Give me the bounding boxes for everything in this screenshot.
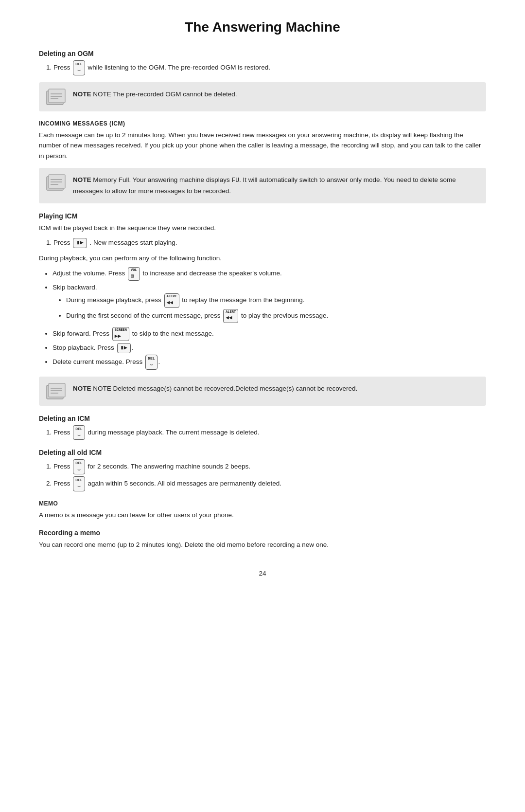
- note-icon-1: [45, 87, 68, 110]
- svg-rect-11: [49, 383, 65, 397]
- del-button-icon-4: DEL ⌣: [73, 459, 85, 474]
- svg-rect-1: [49, 89, 65, 103]
- svg-rect-6: [49, 175, 65, 188]
- prev-button-icon-2: ALERT ◀◀: [223, 309, 238, 323]
- prev-button-icon: ALERT ◀◀: [164, 293, 179, 307]
- page-title: The Answering Machine: [39, 19, 486, 35]
- recording-memo-body: You can record one memo (up to 2 minutes…: [39, 540, 486, 550]
- deleting-ogm-title: Deleting an OGM: [39, 50, 486, 57]
- playing-icm-note: NOTE NOTE Deleted message(s) cannot be r…: [39, 377, 486, 406]
- del-button-icon-2: DEL ⌣: [145, 355, 157, 370]
- skip-backward-subbullets: During message playback, press ALERT ◀◀ …: [66, 293, 486, 323]
- incoming-messages-subtitle: INCOMING MESSAGES (ICM): [39, 120, 486, 127]
- bullet-skip-forward: Skip forward. Press SCREEN ▶▶ to skip to…: [52, 327, 486, 341]
- del-button-icon-3: DEL ⌣: [73, 425, 85, 440]
- memo-body: A memo is a message you can leave for ot…: [39, 510, 486, 521]
- incoming-messages-note-text: NOTE Memory Full. Your answering machine…: [73, 175, 477, 196]
- deleting-ogm-step1-text: while listening to the OGM. The pre-reco…: [88, 64, 270, 71]
- playing-icm-steps: Press ▮▶ . New messages start playing.: [53, 237, 486, 249]
- bullet-stop-playback: Stop playback. Press ▮▶ .: [52, 342, 486, 354]
- during-playback-text: During playback, you can perform any of …: [39, 253, 486, 264]
- page-number: 24: [39, 570, 486, 577]
- play-button-icon: ▮▶: [73, 238, 87, 248]
- section-incoming-messages: INCOMING MESSAGES (ICM) Each message can…: [39, 120, 486, 203]
- deleting-ogm-step1: Press DEL ⌣ while listening to the OGM. …: [53, 60, 486, 75]
- playing-icm-note-text: NOTE NOTE Deleted message(s) cannot be r…: [73, 383, 477, 394]
- bullet-volume: Adjust the volume. Press VOL ▤ to increa…: [52, 267, 486, 281]
- playback-bullets: Adjust the volume. Press VOL ▤ to increa…: [52, 267, 486, 370]
- incoming-messages-note: NOTE Memory Full. Your answering machine…: [39, 168, 486, 203]
- playing-icm-title: Playing ICM: [39, 212, 486, 220]
- playing-icm-body: ICM will be played back in the sequence …: [39, 223, 486, 234]
- deleting-ogm-steps: Press DEL ⌣ while listening to the OGM. …: [53, 60, 486, 75]
- next-button-icon: SCREEN ▶▶: [112, 327, 129, 341]
- bullet-delete-message: Delete current message. Press DEL ⌣ .: [52, 355, 486, 370]
- press-label-2: Press: [53, 239, 72, 246]
- del-button-icon: DEL ⌣: [73, 60, 85, 75]
- recording-memo-title: Recording a memo: [39, 529, 486, 537]
- section-deleting-ogm: Deleting an OGM Press DEL ⌣ while listen…: [39, 50, 486, 111]
- note-icon-2: [45, 173, 68, 196]
- deleting-all-icm-steps: Press DEL ⌣ for 2 seconds. The answering…: [53, 459, 486, 491]
- deleting-all-icm-step2: Press DEL ⌣ again within 5 seconds. All …: [53, 476, 486, 491]
- memo-subtitle: MEMO: [39, 500, 486, 507]
- section-deleting-all-icm: Deleting all old ICM Press DEL ⌣ for 2 s…: [39, 449, 486, 491]
- section-playing-icm: Playing ICM ICM will be played back in t…: [39, 212, 486, 406]
- deleting-icm-step1: Press DEL ⌣ during message playback. The…: [53, 425, 486, 440]
- deleting-icm-steps: Press DEL ⌣ during message playback. The…: [53, 425, 486, 440]
- subbullet-previous: During the first second of the current m…: [66, 309, 486, 323]
- bullet-skip-backward: Skip backward. During message playback, …: [52, 282, 486, 323]
- deleting-all-icm-step1: Press DEL ⌣ for 2 seconds. The answering…: [53, 459, 486, 474]
- del-button-icon-5: DEL ⌣: [73, 476, 85, 491]
- subbullet-replay: During message playback, press ALERT ◀◀ …: [66, 293, 486, 307]
- deleting-icm-title: Deleting an ICM: [39, 415, 486, 422]
- deleting-ogm-note-text: NOTE NOTE The pre-recorded OGM cannot be…: [73, 89, 477, 100]
- vol-button-icon: VOL ▤: [128, 267, 140, 281]
- note-icon-3: [45, 381, 68, 405]
- deleting-all-icm-title: Deleting all old ICM: [39, 449, 486, 456]
- press-label: Press: [53, 64, 72, 71]
- section-memo: MEMO A memo is a message you can leave f…: [39, 500, 486, 550]
- playing-icm-step1: Press ▮▶ . New messages start playing.: [53, 237, 486, 249]
- section-deleting-icm: Deleting an ICM Press DEL ⌣ during messa…: [39, 415, 486, 440]
- deleting-ogm-note: NOTE NOTE The pre-recorded OGM cannot be…: [39, 82, 486, 111]
- incoming-messages-body: Each message can be up to 2 minutes long…: [39, 130, 486, 162]
- stop-button-icon: ▮▶: [117, 343, 131, 353]
